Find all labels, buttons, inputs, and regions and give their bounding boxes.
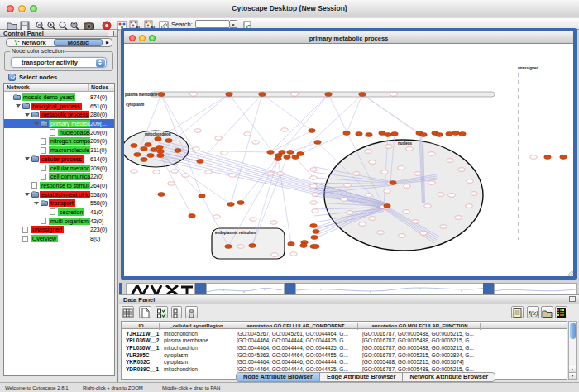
table-cell: cytoplasm — [164, 359, 235, 365]
snapshot-icon[interactable] — [84, 19, 94, 29]
data-panel-toolbar: f(x) — [119, 304, 579, 321]
zoom-selected-icon[interactable] — [69, 19, 80, 29]
table-cell: [GO:0016787, GO:0005488, GO:0005215, G..… — [362, 331, 483, 337]
svg-text:mitochondrion: mitochondrion — [145, 132, 171, 136]
table-cell: [GO:0045263, GO:0044464, GO:0044455, G..… — [237, 352, 361, 358]
tree-row[interactable]: response to stimul264(0) — [4, 181, 114, 190]
column-header[interactable]: _cellularLayoutRegion — [161, 323, 232, 330]
svg-text:nucleus: nucleus — [398, 141, 413, 146]
control-panel: Control Panel Network Mosaic ▶ Node colo… — [0, 30, 118, 382]
tree-row[interactable]: secretion41(0) — [4, 208, 114, 217]
select-attributes-icon[interactable] — [156, 306, 168, 318]
table-row[interactable]: YPL036W__2plasma membrane[GO:0044464, GO… — [122, 337, 567, 345]
tree-row[interactable]: nucleobase-209(0) — [4, 128, 114, 137]
import-attributes-icon[interactable] — [541, 306, 553, 318]
data-panel: Data Panel f(x) ID_cellularLayoutRegiona… — [119, 294, 579, 382]
file-icon — [41, 147, 46, 154]
background-window-edge[interactable] — [119, 283, 122, 294]
table-cell: YPL036W__1 — [126, 345, 162, 351]
function-builder-icon[interactable]: f(x) — [527, 306, 539, 318]
tree-row-label: Overview — [31, 235, 58, 242]
tree-row-label: biological_process — [31, 103, 82, 110]
tree-row[interactable]: transport558(0) — [4, 198, 114, 208]
background-window-2[interactable] — [206, 283, 285, 294]
zoom-fit-icon[interactable] — [58, 19, 69, 29]
folder-icon — [22, 103, 30, 109]
expand-arrow-icon[interactable] — [25, 193, 30, 196]
tree-row-nodes-count: 209(... — [90, 120, 107, 127]
heatmap-icon[interactable] — [555, 306, 567, 318]
tree-row[interactable]: unassigned223(0) — [4, 225, 114, 234]
new-attribute-icon[interactable] — [139, 306, 151, 318]
zoom-out-icon[interactable] — [35, 19, 45, 29]
tab-network-label: Network — [22, 39, 46, 46]
background-window-3[interactable] — [295, 283, 486, 294]
network-canvas[interactable]: plasma membranecytoplasmmitochondrionnuc… — [124, 44, 573, 276]
tree-row[interactable]: multi-organism pro42(0) — [4, 217, 114, 226]
tree-row[interactable]: metabolic process280(0) — [4, 110, 114, 119]
tree-row-label: cellular process — [40, 155, 84, 163]
tree-row[interactable]: biological_process651(0) — [4, 102, 114, 111]
table-row[interactable]: YJR121W__1mitochondrion[GO:0045267, GO:0… — [122, 330, 567, 337]
attribute-grid-icon[interactable] — [122, 306, 134, 318]
expand-arrow-icon[interactable] — [34, 122, 39, 126]
expand-arrow-icon[interactable] — [16, 104, 21, 108]
tab-mosaic[interactable]: Mosaic — [54, 39, 103, 46]
background-window-4[interactable] — [494, 283, 577, 294]
tree-row[interactable]: primary metabo209(... — [4, 119, 114, 128]
browser-tab[interactable]: Node Attribute Browser — [237, 373, 320, 381]
node-color-dropdown[interactable]: transporter activity — [11, 57, 107, 68]
tree-row[interactable]: cell communicat22(0) — [4, 172, 114, 181]
browser-tab[interactable]: Network Attribute Browser — [403, 373, 495, 381]
tree-row[interactable]: mosaic-demo-yeast874(0) — [4, 93, 114, 102]
table-row[interactable]: YKR052Ccytoplasm[GO:0044464, GO:0044446,… — [122, 359, 567, 366]
search-dropdown-arrow[interactable]: ▼ — [230, 20, 237, 28]
column-header[interactable]: annotation.GO CELLULAR_COMPONENT — [234, 323, 358, 330]
table-scrollbar[interactable]: ▲ ▼ — [568, 321, 577, 380]
notes-icon[interactable] — [511, 306, 524, 318]
tree-row[interactable]: establishment of lo558(0) — [4, 190, 114, 199]
tree-row[interactable]: macromolecule311(0) — [4, 146, 114, 155]
tree-row[interactable]: nitrogen compo209(0) — [4, 136, 114, 146]
tree-row-label: nitrogen compo — [49, 137, 90, 145]
scroll-down-icon[interactable]: ▼ — [569, 372, 576, 379]
tabs-overflow-arrow[interactable]: ▶ — [103, 39, 112, 46]
search-input[interactable] — [195, 20, 230, 28]
zoom-in-icon[interactable] — [46, 19, 57, 29]
table-row[interactable]: YPL036W__1mitochondrion[GO:0044464, GO:0… — [122, 344, 567, 351]
window-titlebar: Cytoscape Desktop (New Session) — [0, 0, 579, 17]
background-window-3-corner[interactable] — [285, 283, 295, 294]
column-header[interactable]: annotation.GO MOLECULAR_FUNCTION — [360, 323, 481, 330]
browser-tab[interactable]: Edge Attribute Browser — [320, 373, 403, 381]
tab-network[interactable]: Network — [7, 39, 54, 46]
help-icon[interactable] — [102, 19, 112, 29]
tree-row[interactable]: cellular process614(0) — [4, 155, 114, 164]
expand-arrow-icon[interactable] — [25, 157, 30, 160]
table-cell: [GO:0016787, GO:0005215, GO:0003824, G..… — [362, 352, 483, 358]
background-window-1[interactable] — [126, 283, 195, 294]
expand-arrow-icon[interactable] — [25, 113, 30, 117]
scrollbar-thumb[interactable] — [570, 323, 576, 339]
dropdown-stepper-icon — [96, 59, 105, 67]
float-panel-icon[interactable] — [108, 31, 114, 36]
resize-grip[interactable] — [566, 269, 573, 276]
background-window-4-corner[interactable] — [483, 283, 494, 294]
unselect-attributes-icon[interactable] — [171, 306, 182, 318]
background-window-2-corner[interactable] — [195, 283, 206, 294]
table-cell: mitochondrion — [164, 366, 235, 372]
open-file-icon[interactable] — [7, 19, 17, 29]
data-panel-float-icon[interactable] — [569, 296, 576, 302]
tab-mosaic-label: Mosaic — [68, 39, 89, 46]
tree-row-nodes-count: 280(0) — [90, 111, 107, 118]
tree-row-nodes-count: 209(0) — [90, 129, 107, 136]
select-nodes-checkbox[interactable] — [8, 74, 16, 81]
save-icon[interactable] — [20, 19, 31, 29]
tree-row[interactable]: Overview8(0) — [4, 234, 114, 243]
tree-row[interactable]: cellular metabo209(0) — [4, 164, 114, 173]
delete-attribute-icon[interactable] — [185, 306, 198, 318]
column-header[interactable]: ID — [123, 323, 160, 330]
scroll-up-icon[interactable]: ▲ — [569, 366, 576, 372]
tree-row-label: secretion — [58, 208, 84, 216]
table-row[interactable]: YLR295Ccytoplasm[GO:0045263, GO:0044464,… — [122, 351, 567, 359]
expand-arrow-icon[interactable] — [34, 202, 39, 205]
